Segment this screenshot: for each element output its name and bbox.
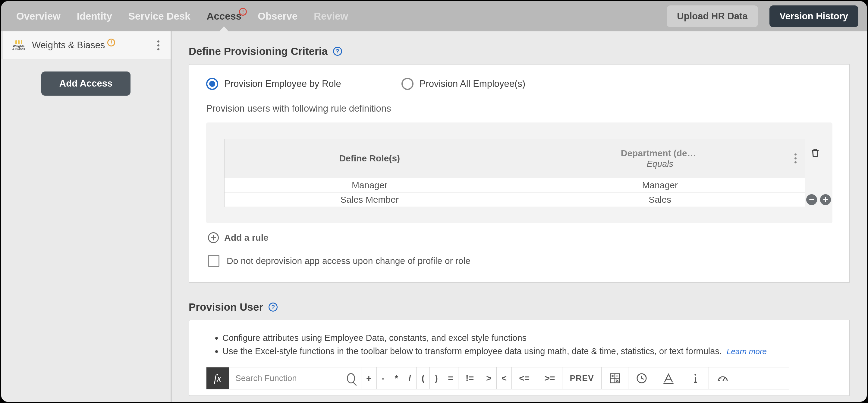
tab-access-label: Access [207,10,242,22]
provision-user-title-text: Provision User [189,301,263,313]
warning-icon: ! [107,38,115,47]
sidebar-item-app[interactable]: Weights& Biases Weights & Biases ! [1,31,170,59]
operator-bar: + - * / ( ) = != > < <= >= PREV [361,367,789,389]
help-icon[interactable]: ? [269,303,278,312]
gauge-icon[interactable] [709,367,737,389]
op-rparen[interactable]: ) [430,367,443,389]
op-lparen[interactable]: ( [416,367,430,389]
function-search-wrap [229,367,361,389]
op-gte[interactable]: >= [537,367,562,389]
bullet-item: Configure attributes using Employee Data… [222,331,832,344]
bullet-item: Use the Excel-style functions in the too… [222,344,832,358]
tab-overview[interactable]: Overview [10,1,67,31]
tab-review[interactable]: Review [307,1,355,31]
svg-point-2 [694,374,696,376]
op-mul[interactable]: * [390,367,404,389]
radio-provision-all[interactable]: Provision All Employee(s) [401,78,525,90]
op-minus[interactable]: - [377,367,390,389]
row-actions: − + [806,194,831,205]
op-plus[interactable]: + [361,367,377,389]
radio-icon-checked [206,78,218,90]
define-criteria-title-text: Define Provisioning Criteria [189,45,328,57]
search-icon[interactable] [347,373,355,383]
radio-label: Provision All Employee(s) [420,79,525,89]
define-criteria-title: Define Provisioning Criteria ? [189,45,850,57]
no-deprovision-checkbox-row[interactable]: Do not deprovision app access upon chang… [208,255,832,267]
provision-user-bullets: Configure attributes using Employee Data… [212,331,832,358]
calc-icon[interactable] [601,367,628,389]
table-cell-value-text: Sales [649,195,671,205]
add-access-button[interactable]: Add Access [41,71,130,96]
tab-service-desk[interactable]: Service Desk [122,1,197,31]
table-cell-role[interactable]: Manager [224,178,515,192]
help-icon[interactable]: ? [333,47,342,56]
tabs: Overview Identity Service Desk Access ! … [10,1,355,31]
table-cell-value[interactable]: Sales − + [515,192,805,207]
version-history-button[interactable]: Version History [770,5,858,27]
delete-rule-icon[interactable] [810,147,820,161]
rule-definitions-subtext: Provision users with following rule defi… [206,103,832,114]
provision-user-title: Provision User ? [189,301,850,313]
criteria-panel: Provision Employee by Role Provision All… [189,64,850,283]
column-header-department[interactable]: Department (department_name) Equals [515,139,805,178]
sidebar-item-menu-icon[interactable] [150,38,164,52]
checkbox-label: Do not deprovision app access upon chang… [227,256,470,266]
remove-row-button[interactable]: − [806,194,817,205]
op-prev[interactable]: PREV [562,367,601,389]
radio-icon-unchecked [401,78,413,90]
radio-label: Provision Employee by Role [224,79,341,89]
add-row-button[interactable]: + [820,194,831,205]
column-header-roles: Define Role(s) [224,139,515,178]
rules-inner-panel: Define Role(s) Manager Sales Member Depa… [206,122,832,223]
table-cell-value[interactable]: Manager [515,178,805,192]
app-logo-icon: Weights& Biases [11,38,26,53]
clock-icon[interactable] [628,367,655,389]
rules-table: Define Role(s) Manager Sales Member Depa… [224,139,805,207]
column-header-department-text: Department (department_name) [621,148,699,159]
column-menu-icon[interactable] [795,153,797,164]
add-rule-button[interactable]: Add a rule [208,232,832,243]
op-eq[interactable]: = [443,367,458,389]
provision-user-panel: Configure attributes using Employee Data… [189,320,850,396]
tab-access[interactable]: Access ! [200,1,248,31]
bullet-item-text: Use the Excel-style functions in the too… [222,346,722,356]
app-window: Overview Identity Service Desk Access ! … [1,1,867,402]
add-rule-label: Add a rule [224,233,269,243]
learn-more-link[interactable]: Learn more [727,347,767,356]
op-div[interactable]: / [403,367,416,389]
op-gt[interactable]: > [481,367,497,389]
main-content: Define Provisioning Criteria ? Provision… [172,31,867,402]
main-body: Weights& Biases Weights & Biases ! Add A… [1,31,867,402]
upload-hr-data-button[interactable]: Upload HR Data [667,5,758,27]
alert-icon: ! [239,8,247,16]
sidebar-item-label: Weights & Biases [32,40,105,51]
text-icon[interactable] [655,367,682,389]
op-neq[interactable]: != [458,367,482,389]
plus-circle-icon [208,232,219,243]
tab-observe[interactable]: Observe [251,1,304,31]
info-icon[interactable] [682,367,709,389]
tab-header: Overview Identity Service Desk Access ! … [1,1,867,31]
fx-icon: fx [207,367,229,389]
op-lte[interactable]: <= [512,367,537,389]
radio-provision-by-role[interactable]: Provision Employee by Role [206,78,341,90]
formula-bar: fx + - * / ( ) = != > [206,367,789,390]
checkbox-icon[interactable] [208,255,219,267]
op-lt[interactable]: < [497,367,512,389]
table-cell-role[interactable]: Sales Member [224,192,515,207]
column-header-roles-text: Define Role(s) [339,153,400,164]
function-search-input[interactable] [235,373,344,383]
column-header-department-operator: Equals [647,159,673,169]
sidebar: Weights& Biases Weights & Biases ! Add A… [1,31,172,402]
tab-identity[interactable]: Identity [70,1,119,31]
provision-mode-radio-group: Provision Employee by Role Provision All… [206,78,832,90]
